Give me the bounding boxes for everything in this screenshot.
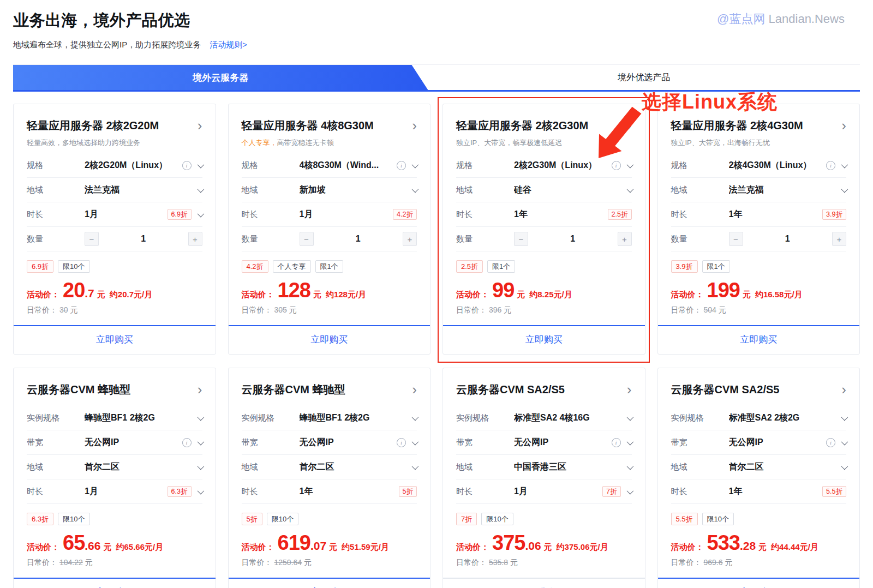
chevron-down-icon[interactable] — [197, 210, 204, 217]
daily-price-value: 30 — [59, 305, 68, 314]
info-icon[interactable]: i — [182, 438, 192, 447]
chevron-right-icon[interactable]: › — [841, 384, 846, 395]
buy-button[interactable]: 立即购买 — [14, 326, 216, 354]
spec-value: 2核4G30M（Linux） — [729, 160, 822, 171]
chevron-down-icon[interactable] — [841, 413, 848, 421]
spec-row: 地域 硅谷 — [456, 178, 632, 202]
spec-row: 地域 首尔二区 — [27, 455, 202, 479]
spec-row: 带宽 无公网IP i — [242, 430, 417, 455]
spec-row-controls: i — [182, 161, 202, 170]
daily-price-unit: 元 — [85, 558, 93, 567]
quantity-decrease-button[interactable]: − — [85, 232, 99, 246]
spec-value: 无公网IP — [85, 437, 178, 448]
product-title: 轻量应用服务器 2核2G20M — [27, 118, 159, 133]
spec-row-controls: i — [826, 161, 846, 170]
chevron-down-icon[interactable] — [412, 161, 419, 168]
buy-button[interactable]: 立即购买 — [658, 579, 860, 588]
quantity-increase-button[interactable]: + — [188, 232, 202, 246]
chevron-down-icon[interactable] — [626, 413, 633, 421]
price-unit: 元 — [517, 290, 525, 300]
card-footer: 立即购买 — [658, 325, 860, 354]
product-card: 轻量应用服务器 4核8G30M › 个人专享，高带宽稳连无卡顿 规格 4核8G3… — [228, 104, 431, 355]
buy-button[interactable]: 立即购买 — [443, 326, 645, 354]
price-decimal: .66 — [85, 539, 100, 553]
chevron-down-icon[interactable] — [197, 185, 204, 193]
spec-row: 时长 1月 4.2折 — [242, 202, 417, 227]
chevron-down-icon[interactable] — [626, 438, 633, 445]
quantity-increase-button[interactable]: + — [618, 232, 632, 246]
subtitle-text: 独立IP、大带宽，出海畅行无忧 — [671, 139, 770, 147]
info-icon[interactable]: i — [397, 161, 406, 170]
info-icon[interactable]: i — [612, 161, 621, 170]
promo-tag: 6.3折 — [27, 513, 53, 525]
chevron-down-icon[interactable] — [841, 463, 848, 470]
chevron-down-icon[interactable] — [626, 487, 633, 494]
info-icon[interactable]: i — [182, 161, 192, 170]
buy-button[interactable]: 立即购买 — [229, 579, 430, 588]
tab-overseas-cloud-server[interactable]: 境外云服务器 — [13, 65, 428, 90]
spec-row-controls — [198, 416, 202, 421]
chevron-down-icon[interactable] — [412, 463, 419, 470]
quantity-decrease-button[interactable]: − — [300, 232, 314, 246]
buy-button[interactable]: 立即购买 — [658, 326, 860, 354]
chevron-right-icon[interactable]: › — [841, 120, 846, 131]
subtitle-text: 轻量高效，多地域选择助力跨境业务 — [27, 139, 140, 147]
chevron-down-icon[interactable] — [841, 185, 848, 193]
quantity-row: 数量 − 1 + — [27, 227, 202, 251]
quantity-decrease-button[interactable]: − — [729, 232, 743, 246]
chevron-down-icon[interactable] — [626, 463, 633, 470]
chevron-right-icon[interactable]: › — [412, 120, 417, 131]
info-icon[interactable]: i — [826, 161, 835, 170]
spec-value: 无公网IP — [514, 437, 607, 448]
info-icon[interactable]: i — [612, 438, 621, 447]
daily-price-row: 日常价：104.22元 — [27, 558, 202, 568]
spec-label: 实例规格 — [27, 413, 85, 423]
chevron-right-icon[interactable]: › — [198, 384, 202, 395]
buy-button[interactable]: 已售罄 — [443, 579, 645, 588]
quantity-increase-button[interactable]: + — [832, 232, 846, 246]
quantity-increase-button[interactable]: + — [403, 232, 417, 246]
price-integer: 20 — [63, 280, 85, 301]
chevron-down-icon[interactable] — [626, 185, 633, 193]
daily-price-row: 日常价：535.8元 — [456, 558, 632, 568]
spec-value: 2核2G30M（Linux） — [514, 160, 607, 171]
buy-button[interactable]: 立即购买 — [229, 326, 430, 354]
spec-value: 1年 — [729, 209, 818, 220]
spec-label: 规格 — [27, 160, 85, 171]
promo-badge-row: 3.9折限1个 — [671, 260, 847, 273]
quantity-stepper: − 1 + — [300, 232, 417, 246]
spec-label: 时长 — [242, 487, 300, 497]
chevron-right-icon[interactable]: › — [627, 120, 632, 131]
spec-row-controls: 6.9折 — [168, 209, 202, 220]
quantity-decrease-button[interactable]: − — [514, 232, 528, 246]
chevron-down-icon[interactable] — [197, 463, 204, 470]
chevron-down-icon[interactable] — [197, 487, 204, 494]
spec-row: 实例规格 标准型SA2 2核2G — [671, 406, 847, 430]
chevron-down-icon[interactable] — [197, 438, 204, 445]
spec-value: 蜂驰型BF1 2核2G — [85, 412, 193, 424]
chevron-down-icon[interactable] — [197, 161, 204, 168]
buy-button[interactable]: 立即购买 — [14, 579, 216, 588]
chevron-down-icon[interactable] — [197, 413, 204, 421]
daily-price-row: 日常价：30元 — [27, 305, 202, 315]
spec-row: 规格 4核8G30M（Wind... i — [242, 153, 417, 178]
quantity-label: 数量 — [671, 234, 729, 244]
chevron-right-icon[interactable]: › — [412, 384, 417, 395]
price-integer: 375 — [492, 532, 525, 553]
promo-tag: 限10个 — [58, 260, 89, 273]
chevron-down-icon[interactable] — [412, 185, 419, 193]
chevron-right-icon[interactable]: › — [627, 384, 632, 395]
spec-label: 实例规格 — [242, 413, 300, 423]
chevron-down-icon[interactable] — [412, 413, 419, 421]
chevron-down-icon[interactable] — [841, 438, 848, 445]
info-icon[interactable]: i — [826, 438, 835, 447]
info-icon[interactable]: i — [397, 438, 406, 447]
chevron-down-icon[interactable] — [841, 161, 848, 168]
chevron-right-icon[interactable]: › — [198, 120, 202, 131]
chevron-down-icon[interactable] — [412, 438, 419, 445]
price-per-month: 约20.7元/月 — [110, 290, 152, 300]
promo-tag: 3.9折 — [671, 260, 698, 273]
activity-rules-link[interactable]: 活动规则> — [210, 40, 247, 49]
chevron-down-icon[interactable] — [626, 161, 633, 168]
tab-overseas-featured-products[interactable]: 境外优选产品 — [428, 65, 860, 90]
